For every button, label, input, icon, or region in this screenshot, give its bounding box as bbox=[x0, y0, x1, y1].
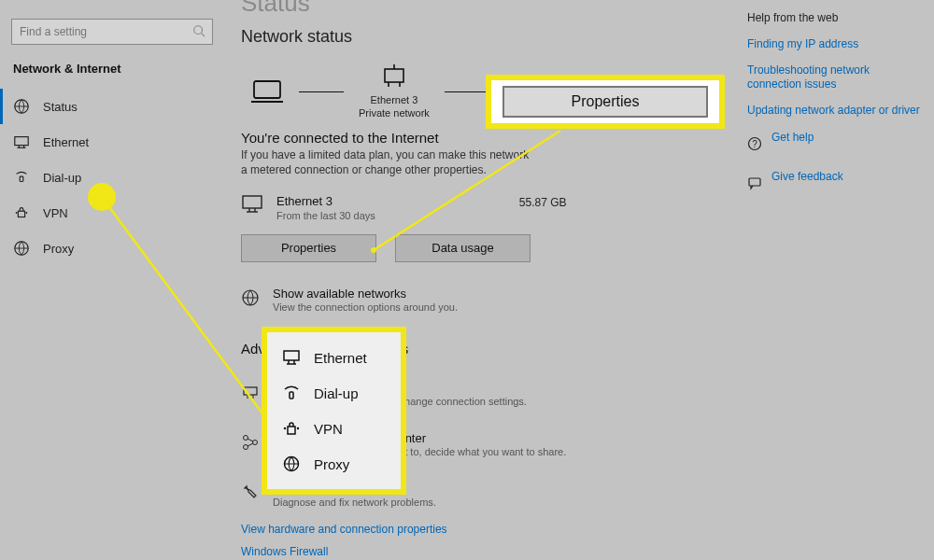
monitor-icon bbox=[241, 194, 263, 215]
svg-text:?: ? bbox=[752, 139, 757, 149]
sidebar-title: Network & Internet bbox=[0, 62, 224, 89]
vpn-icon bbox=[13, 204, 30, 221]
adapter-icon bbox=[241, 383, 260, 401]
help-icon: ? bbox=[747, 136, 762, 151]
svg-line-30 bbox=[248, 439, 253, 441]
callout-item-dialup: Dial-up bbox=[267, 375, 401, 411]
svg-point-27 bbox=[244, 435, 248, 440]
svg-point-0 bbox=[194, 26, 203, 35]
page-title: Status bbox=[241, 0, 757, 18]
help-link-troubleshoot[interactable]: Troubleshooting network connection issue… bbox=[747, 63, 925, 92]
svg-line-31 bbox=[248, 443, 253, 446]
dialup-icon bbox=[282, 385, 301, 401]
network-type: Private network bbox=[359, 107, 430, 119]
proxy-icon bbox=[282, 455, 301, 472]
status-icon bbox=[13, 98, 30, 115]
help-link-ip[interactable]: Finding my IP address bbox=[747, 37, 925, 52]
connection-sub: From the last 30 days bbox=[276, 210, 375, 221]
callout-menu: Ethernet Dial-up VPN Proxy bbox=[262, 327, 406, 495]
svg-point-9 bbox=[16, 212, 18, 214]
sidebar: Network & Internet Status Ethernet Dial-… bbox=[0, 0, 224, 560]
globe-icon bbox=[241, 288, 260, 307]
connection-row: Ethernet 3 From the last 30 days 55.87 G… bbox=[241, 194, 757, 221]
callout-item-proxy: Proxy bbox=[267, 446, 401, 482]
hardware-link[interactable]: View hardware and connection properties bbox=[241, 523, 757, 536]
diagram-line bbox=[445, 91, 489, 93]
feedback-icon bbox=[747, 175, 762, 190]
search-input[interactable] bbox=[11, 19, 213, 45]
firewall-link[interactable]: Windows Firewall bbox=[241, 545, 757, 558]
svg-rect-3 bbox=[15, 137, 28, 146]
sidebar-item-status[interactable]: Status bbox=[0, 89, 224, 124]
sidebar-item-label: Status bbox=[43, 100, 78, 114]
connection-name: Ethernet 3 bbox=[276, 194, 375, 208]
properties-button[interactable]: Properties bbox=[241, 234, 376, 262]
svg-rect-34 bbox=[749, 178, 760, 186]
svg-rect-24 bbox=[244, 387, 257, 395]
svg-rect-43 bbox=[288, 427, 295, 434]
ethernet-icon bbox=[13, 133, 30, 150]
section-title: Network status bbox=[241, 27, 757, 47]
callout-item-label: VPN bbox=[314, 421, 343, 437]
troubleshooter-sub: Diagnose and fix network problems. bbox=[273, 497, 436, 508]
diagram-line bbox=[299, 91, 344, 93]
adapter-name: Ethernet 3 bbox=[371, 94, 418, 105]
connected-subtitle: If you have a limited data plan, you can… bbox=[241, 147, 531, 177]
svg-point-28 bbox=[253, 440, 258, 444]
search-icon bbox=[192, 24, 205, 37]
svg-line-1 bbox=[202, 34, 205, 37]
svg-point-29 bbox=[244, 444, 248, 449]
get-help-link[interactable]: Get help bbox=[771, 131, 814, 146]
ethernet-icon bbox=[282, 349, 301, 366]
help-header: Help from the web bbox=[747, 11, 925, 24]
sidebar-item-label: Proxy bbox=[43, 242, 74, 256]
help-link-adapter[interactable]: Updating network adapter or driver bbox=[747, 104, 925, 119]
connected-title: You're connected to the Internet bbox=[241, 130, 757, 146]
sharing-icon bbox=[241, 433, 260, 452]
help-panel: Help from the web Finding my IP address … bbox=[747, 11, 925, 196]
svg-rect-14 bbox=[385, 69, 403, 82]
give-feedback-link[interactable]: Give feedback bbox=[771, 170, 843, 185]
show-networks-sub: View the connection options around you. bbox=[273, 301, 458, 313]
callout-item-vpn: VPN bbox=[267, 411, 401, 446]
sidebar-item-ethernet[interactable]: Ethernet bbox=[0, 124, 224, 160]
callout-properties: Properties bbox=[486, 75, 725, 129]
callout-properties-label: Properties bbox=[502, 86, 708, 118]
proxy-icon bbox=[13, 240, 30, 257]
callout-item-ethernet: Ethernet bbox=[267, 340, 401, 375]
adapter-icon bbox=[379, 63, 409, 90]
data-usage-button[interactable]: Data usage bbox=[395, 234, 531, 262]
annotation-dot bbox=[88, 183, 116, 211]
sidebar-item-proxy[interactable]: Proxy bbox=[0, 231, 224, 266]
svg-point-45 bbox=[297, 427, 299, 429]
svg-rect-19 bbox=[243, 196, 262, 208]
svg-rect-38 bbox=[284, 351, 299, 360]
svg-rect-42 bbox=[290, 392, 293, 399]
sidebar-item-label: Dial-up bbox=[43, 171, 81, 185]
search-box bbox=[11, 19, 213, 45]
show-networks-link[interactable]: Show available networks bbox=[273, 287, 458, 301]
sidebar-item-label: Ethernet bbox=[43, 135, 89, 149]
svg-rect-8 bbox=[18, 211, 24, 217]
sidebar-item-label: VPN bbox=[43, 206, 68, 220]
connection-amount: 55.87 GB bbox=[519, 196, 567, 209]
svg-point-10 bbox=[26, 212, 28, 214]
callout-item-label: Proxy bbox=[314, 456, 349, 472]
svg-rect-7 bbox=[20, 176, 23, 181]
callout-item-label: Ethernet bbox=[314, 350, 367, 366]
dialup-icon bbox=[13, 169, 30, 186]
pc-icon bbox=[250, 78, 284, 105]
callout-item-label: Dial-up bbox=[314, 385, 359, 401]
svg-rect-12 bbox=[254, 81, 280, 98]
vpn-icon bbox=[282, 420, 301, 437]
troubleshooter-icon bbox=[241, 483, 260, 502]
svg-point-44 bbox=[284, 427, 286, 429]
